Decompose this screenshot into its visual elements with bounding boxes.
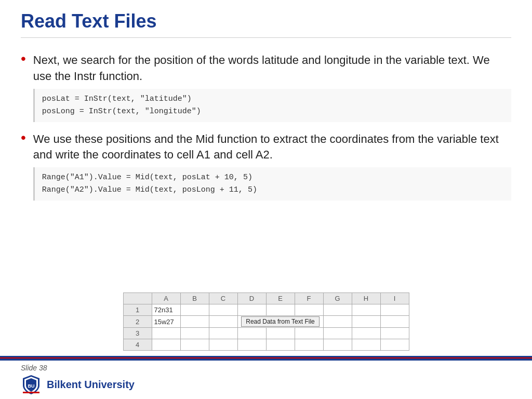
cell-b4 [180, 339, 209, 351]
cell-g2 [323, 316, 352, 328]
bullet-dot-2: • [21, 129, 26, 146]
corner-cell [123, 293, 152, 304]
bullet-text-2: We use these positions and the Mid funct… [33, 132, 499, 162]
cell-g4 [323, 339, 352, 351]
cell-c3 [209, 328, 237, 339]
bullet-dot-1: • [21, 50, 26, 67]
slide-title: Read Text Files [21, 10, 511, 38]
cell-e1 [266, 304, 295, 316]
cell-f4 [295, 339, 323, 351]
table-row: 1 72n31 [123, 304, 409, 316]
cell-i3 [380, 328, 409, 339]
cell-c1 [209, 304, 237, 316]
col-b-header: B [180, 293, 209, 304]
table-row: 3 [123, 328, 409, 339]
row-4-header: 4 [123, 339, 152, 351]
cell-d1 [237, 304, 266, 316]
cell-d4 [237, 339, 266, 351]
col-f-header: F [295, 293, 323, 304]
code-block-2: Range("A1").Value = Mid(text, posLat + 1… [33, 167, 511, 201]
cell-e4 [266, 339, 295, 351]
footer-left: Slide 38 BU Bilkent University [21, 364, 511, 395]
cell-f3 [295, 328, 323, 339]
svg-text:BU: BU [28, 383, 35, 389]
cell-c2 [209, 316, 237, 328]
cell-b2 [180, 316, 209, 328]
col-e-header: E [266, 293, 295, 304]
row-3-header: 3 [123, 328, 152, 339]
bullet-item-2: • We use these positions and the Mid fun… [21, 131, 511, 201]
cell-i4 [380, 339, 409, 351]
cell-i1 [380, 304, 409, 316]
cell-a1: 72n31 [152, 304, 180, 316]
cell-d2-btn: Read Data from Text File [237, 316, 323, 328]
bullet-list: • Next, we search for the position of th… [21, 52, 511, 284]
footer: Slide 38 BU Bilkent University [0, 358, 532, 399]
cell-h3 [352, 328, 380, 339]
university-logo: BU [21, 374, 42, 395]
col-h-header: H [352, 293, 380, 304]
cell-e3 [266, 328, 295, 339]
cell-b1 [180, 304, 209, 316]
row-2-header: 2 [123, 316, 152, 328]
col-g-header: G [323, 293, 352, 304]
row-1-header: 1 [123, 304, 152, 316]
cell-a3 [152, 328, 180, 339]
spreadsheet-container: A B C D E F G H I 1 72n31 [21, 292, 511, 351]
university-name: Bilkent University [47, 379, 135, 391]
code-block-1: posLat = InStr(text, "latitude") posLong… [33, 89, 511, 122]
col-i-header: I [380, 293, 409, 304]
bullet-content-2: We use these positions and the Mid funct… [33, 131, 511, 201]
svg-rect-1 [23, 392, 39, 393]
bullet-item-1: • Next, we search for the position of th… [21, 52, 511, 122]
bullet-content-1: Next, we search for the position of the … [33, 52, 511, 122]
cell-a2: 15w27 [152, 316, 180, 328]
col-d-header: D [237, 293, 266, 304]
cell-g1 [323, 304, 352, 316]
bullet-text-1: Next, we search for the position of the … [33, 54, 490, 83]
footer-logo-area: BU Bilkent University [21, 374, 511, 395]
cell-g3 [323, 328, 352, 339]
cell-i2 [380, 316, 409, 328]
slide-number: Slide 38 [21, 364, 511, 372]
cell-f1 [295, 304, 323, 316]
cell-a4 [152, 339, 180, 351]
spreadsheet: A B C D E F G H I 1 72n31 [123, 292, 409, 351]
table-row: 2 15w27 Read Data from Text File [123, 316, 409, 328]
cell-c4 [209, 339, 237, 351]
read-data-button[interactable]: Read Data from Text File [241, 316, 320, 327]
col-a-header: A [152, 293, 180, 304]
col-c-header: C [209, 293, 237, 304]
cell-h4 [352, 339, 380, 351]
table-row: 4 [123, 339, 409, 351]
cell-b3 [180, 328, 209, 339]
cell-h1 [352, 304, 380, 316]
cell-d3 [237, 328, 266, 339]
cell-h2 [352, 316, 380, 328]
slide-content: Read Text Files • Next, we search for th… [0, 0, 532, 356]
